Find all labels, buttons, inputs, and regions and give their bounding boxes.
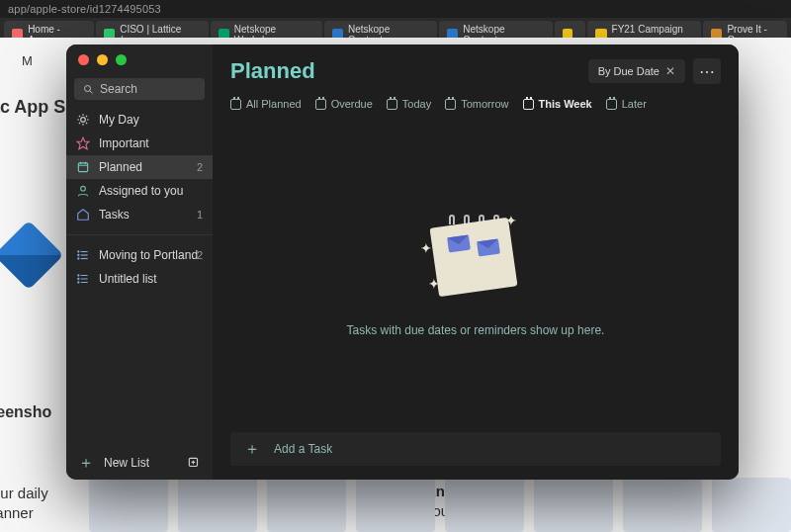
date-filter-tabs: All Planned Overdue Today Tomorrow This … [230, 98, 721, 110]
filter-overdue[interactable]: Overdue [315, 98, 373, 110]
empty-state-text: Tasks with due dates or reminders show u… [347, 323, 605, 337]
todo-app-window: Search My Day Important Planned 2 Assign… [66, 44, 739, 480]
list-icon [76, 248, 90, 262]
filter-label: This Week [539, 98, 592, 110]
sidebar-item-label: Important [99, 136, 149, 150]
sun-icon [76, 113, 90, 127]
sidebar-list-untitled-list[interactable]: Untitled list [66, 267, 213, 291]
calendar-icon [76, 160, 90, 174]
zoom-dot-icon[interactable] [116, 54, 127, 65]
search-input[interactable]: Search [74, 78, 205, 100]
svg-line-10 [79, 123, 80, 124]
search-placeholder: Search [100, 82, 137, 96]
sidebar-item-my-day[interactable]: My Day [66, 108, 213, 132]
svg-line-8 [86, 123, 87, 124]
filter-label: Tomorrow [461, 98, 508, 110]
more-options-button[interactable]: ⋯ [693, 58, 721, 84]
bg-text-app-store: ac App S [0, 97, 65, 118]
sidebar-item-count: 2 [197, 249, 203, 261]
sidebar-item-label: Untitled list [99, 272, 157, 286]
calendar-icon [387, 99, 397, 110]
sidebar-item-tasks[interactable]: Tasks 1 [66, 203, 213, 226]
sidebar-item-important[interactable]: Important [66, 132, 213, 155]
bg-text-screenshots: reensho [0, 403, 51, 421]
calendar-icon [523, 99, 534, 110]
svg-point-2 [81, 118, 86, 123]
sidebar-item-count: 2 [197, 161, 203, 173]
calendar-icon [606, 99, 617, 110]
filter-label: Overdue [331, 98, 373, 110]
sidebar-item-planned[interactable]: Planned 2 [66, 155, 213, 179]
calendar-illustration-icon: ✦ ✦✦ [416, 205, 535, 304]
calendar-icon [445, 99, 456, 110]
ellipsis-icon: ⋯ [699, 62, 715, 81]
svg-point-20 [78, 251, 79, 252]
filter-today[interactable]: Today [387, 98, 431, 110]
svg-point-26 [78, 275, 79, 276]
star-icon [76, 136, 90, 150]
calendar-icon [315, 99, 326, 110]
filter-label: Later [622, 98, 647, 110]
filter-label: All Planned [246, 98, 302, 110]
filter-tomorrow[interactable]: Tomorrow [445, 98, 508, 110]
smart-lists: My Day Important Planned 2 Assigned to y… [66, 108, 213, 226]
sidebar-item-assigned-to-you[interactable]: Assigned to you [66, 179, 213, 203]
svg-point-27 [78, 278, 79, 279]
filter-this-week[interactable]: This Week [523, 98, 592, 110]
svg-point-21 [78, 254, 79, 255]
sidebar-item-label: Moving to Portland [99, 248, 198, 262]
window-traffic-lights[interactable] [78, 54, 127, 65]
new-list-button[interactable]: ＋ New List [66, 446, 213, 480]
person-icon [76, 184, 90, 198]
list-icon [76, 272, 90, 286]
sidebar-item-label: Tasks [99, 208, 130, 222]
bg-app-logo [0, 221, 63, 291]
user-lists: Moving to Portland 2 Untitled list [66, 243, 213, 291]
svg-line-7 [79, 116, 80, 117]
page-title: Planned [230, 58, 315, 84]
browser-url: app/apple-store/id1274495053 [0, 0, 791, 18]
search-icon [82, 83, 94, 95]
home-icon [76, 208, 90, 222]
main-pane: Planned By Due Date ✕ ⋯ All Planned Over… [213, 44, 739, 480]
sidebar-item-label: My Day [99, 113, 139, 127]
close-dot-icon[interactable] [78, 54, 89, 65]
add-task-input[interactable]: ＋ Add a Task [230, 432, 721, 466]
new-list-label: New List [104, 456, 149, 470]
sidebar: Search My Day Important Planned 2 Assign… [66, 44, 213, 480]
svg-line-1 [90, 91, 93, 94]
svg-marker-11 [77, 137, 89, 149]
svg-line-9 [86, 116, 87, 117]
sidebar-list-moving-to-portland[interactable]: Moving to Portland 2 [66, 243, 213, 267]
empty-state: ✦ ✦✦ Tasks with due dates or reminders s… [230, 110, 721, 432]
svg-point-22 [78, 258, 79, 259]
sidebar-item-label: Assigned to you [99, 184, 183, 198]
filter-all-planned[interactable]: All Planned [230, 98, 302, 110]
mac-menu-letter: M [22, 53, 33, 68]
sidebar-item-label: Planned [99, 160, 142, 174]
sort-label: By Due Date [598, 65, 659, 77]
bg-screenshot-strip [89, 478, 791, 532]
filter-label: Today [402, 98, 431, 110]
calendar-icon [230, 99, 241, 110]
svg-rect-12 [78, 163, 87, 172]
sidebar-item-count: 1 [197, 209, 203, 221]
svg-point-28 [78, 282, 79, 283]
close-icon[interactable]: ✕ [665, 64, 675, 78]
filter-later[interactable]: Later [606, 98, 647, 110]
sidebar-divider [66, 234, 213, 235]
minimize-dot-icon[interactable] [97, 54, 108, 65]
new-group-icon[interactable] [187, 456, 201, 470]
sort-button[interactable]: By Due Date ✕ [588, 59, 685, 83]
add-task-label: Add a Task [274, 442, 332, 456]
svg-point-16 [81, 186, 86, 191]
svg-point-0 [85, 86, 91, 92]
title-row: Planned By Due Date ✕ ⋯ [230, 58, 721, 84]
bg-text-daily-planner: our daily lanner [0, 484, 48, 522]
